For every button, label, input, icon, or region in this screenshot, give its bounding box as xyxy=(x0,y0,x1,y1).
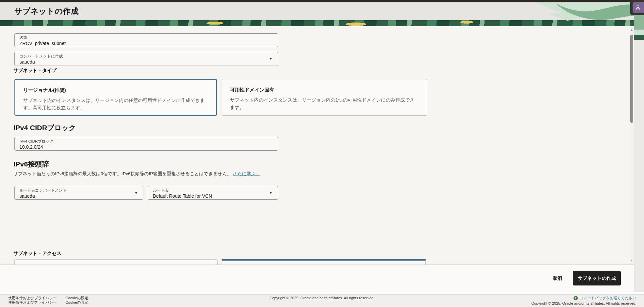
subnet-type-option-regional[interactable]: リージョナル(推奨) サブネット内のインスタンスは、リージョン内の任意の可用性ド… xyxy=(14,79,217,116)
footer-copyright-right: Copyright © 2025, Oracle and/or its affi… xyxy=(532,301,636,305)
subnet-type-label: サブネット・タイプ xyxy=(13,68,57,74)
page-footer: 使用条件およびプライバシーCookieの設定 使用条件およびプライバシーCook… xyxy=(0,292,644,307)
scrollbar-thumb[interactable] xyxy=(630,35,633,123)
subnet-name-value: ZRCV_private_subnet xyxy=(19,40,273,46)
page-title: サブネットの作成 xyxy=(14,2,79,20)
subnet-type-option-ad-specific[interactable]: 可用性ドメイン固有 サブネット内のインスタンスは、リージョン内の1つの可用性ドメ… xyxy=(222,79,427,116)
subnet-access-label: サブネット・アクセス xyxy=(13,251,61,257)
route-table-label: ルート表 xyxy=(153,188,273,193)
subnet-type-option-description: サブネット内のインスタンスは、リージョン内の1つの可用性ドメインにのみ作成できま… xyxy=(230,96,419,111)
route-table-compartment-label: ルート表コンパートメント xyxy=(19,188,138,193)
help-icon: ? xyxy=(573,296,578,300)
chevron-down-icon: ▼ xyxy=(135,191,138,195)
route-table-select[interactable]: ルート表 Default Route Table for VCN ▼ xyxy=(148,186,278,200)
decorative-wave-illustration xyxy=(517,0,634,26)
route-table-compartment-select[interactable]: ルート表コンパートメント saueda ▼ xyxy=(14,186,143,200)
dialog-action-bar: 取消 サブネットの作成 xyxy=(0,265,634,292)
compartment-select-label: コンパートメントに作成 xyxy=(19,54,273,59)
scroll-up-icon[interactable]: ▲ xyxy=(630,28,634,31)
footer-right: ? フィードバックをお送りください Copyright © 2025, Orac… xyxy=(532,296,636,305)
ipv4-cidr-value: 10.0.2.0/24 xyxy=(19,144,273,150)
scroll-down-icon[interactable]: ▼ xyxy=(630,259,634,262)
cookie-settings-link[interactable]: Cookieの設定 xyxy=(65,300,88,304)
feedback-link[interactable]: フィードバックをお送りください xyxy=(580,296,636,301)
ipv6-description: サブネット当たりのIPv6接頭辞の最大数は0個です。IPv6接頭辞のIP範囲を重… xyxy=(13,171,316,177)
feedback-widget-container xyxy=(630,0,644,15)
ipv4-cidr-field[interactable]: IPv4 CIDRブロック 10.0.2.0/24 xyxy=(14,137,278,151)
chevron-down-icon: ▼ xyxy=(269,191,272,195)
person-icon xyxy=(635,5,641,10)
terms-privacy-link[interactable]: 使用条件およびプライバシー xyxy=(8,300,57,304)
scrollbar-track[interactable]: ▲ ▼ xyxy=(630,27,634,265)
create-subnet-page: サブネットの作成 名前 ZRCV_private_subnet コンパートメント… xyxy=(0,0,644,307)
subnet-type-option-title: リージョナル(推奨) xyxy=(23,87,208,93)
terms-privacy-link[interactable]: 使用条件およびプライバシー xyxy=(8,296,57,300)
subnet-name-label: 名前 xyxy=(19,35,273,40)
create-subnet-button[interactable]: サブネットの作成 xyxy=(573,271,621,285)
compartment-select-value: saueda xyxy=(19,59,273,65)
route-table-value: Default Route Table for VCN xyxy=(153,193,273,199)
subnet-name-field[interactable]: 名前 ZRCV_private_subnet xyxy=(14,33,278,47)
page-background-strip xyxy=(634,0,644,307)
cookie-settings-link[interactable]: Cookieの設定 xyxy=(65,296,88,300)
ipv6-description-text: サブネット当たりのIPv6接頭辞の最大数は0個です。IPv6接頭辞のIP範囲を重… xyxy=(13,171,231,176)
feedback-widget-button[interactable] xyxy=(633,2,644,13)
chevron-down-icon: ▼ xyxy=(269,57,272,61)
ipv4-section-heading: IPv4 CIDRブロック xyxy=(13,123,76,132)
footer-left-links: 使用条件およびプライバシーCookieの設定 使用条件およびプライバシーCook… xyxy=(8,296,88,305)
ipv6-section-heading: IPv6接頭辞 xyxy=(13,159,49,169)
page-footer-inner: 使用条件およびプライバシーCookieの設定 使用条件およびプライバシーCook… xyxy=(0,294,644,307)
footer-copyright: Copyright © 2025, Oracle and/or its affi… xyxy=(270,296,374,300)
subnet-type-option-title: 可用性ドメイン固有 xyxy=(230,87,419,93)
cancel-button[interactable]: 取消 xyxy=(549,273,565,284)
compartment-select[interactable]: コンパートメントに作成 saueda ▼ xyxy=(14,52,278,66)
top-dark-strip xyxy=(0,0,644,2)
subnet-type-option-description: サブネット内のインスタンスは、リージョン内の任意の可用性ドメインに作成できます。… xyxy=(23,97,208,112)
ipv4-cidr-label: IPv4 CIDRブロック xyxy=(19,139,273,144)
route-table-compartment-value: saueda xyxy=(19,193,138,199)
learn-more-link[interactable]: さらに学ぶ。 xyxy=(233,171,260,176)
